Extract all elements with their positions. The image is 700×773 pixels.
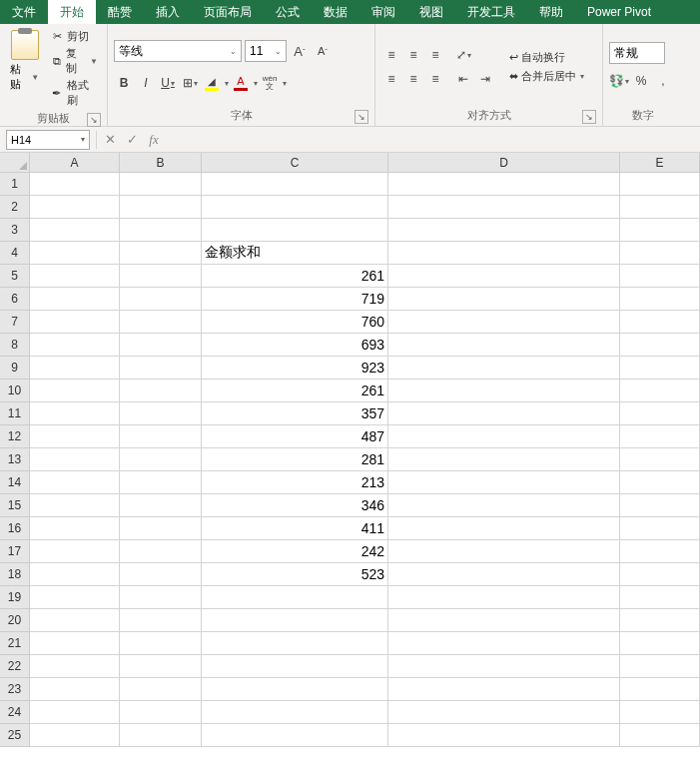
cell-E7[interactable] (620, 311, 700, 334)
tab-酷赞[interactable]: 酷赞 (96, 0, 144, 24)
cell-B8[interactable] (120, 334, 202, 357)
cell-A1[interactable] (30, 173, 120, 196)
cell-C15[interactable]: 346 (202, 494, 388, 517)
cell-B21[interactable] (120, 632, 202, 655)
cell-D24[interactable] (388, 701, 620, 724)
cell-A17[interactable] (30, 540, 120, 563)
cell-C21[interactable] (202, 632, 388, 655)
align-top-button[interactable]: ≡ (381, 44, 401, 66)
name-box[interactable]: H14▾ (6, 130, 90, 150)
cell-B6[interactable] (120, 288, 202, 311)
tab-数据[interactable]: 数据 (312, 0, 359, 24)
row-header-19[interactable]: 19 (0, 586, 30, 609)
cell-A4[interactable] (30, 242, 120, 265)
row-header-20[interactable]: 20 (0, 609, 30, 632)
cell-B10[interactable] (120, 380, 202, 402)
cell-C17[interactable]: 242 (202, 540, 388, 563)
border-button[interactable]: ⊞▾ (180, 72, 200, 94)
cell-D6[interactable] (388, 288, 620, 311)
row-header-17[interactable]: 17 (0, 540, 30, 563)
font-name-combo[interactable]: 等线⌄ (114, 40, 242, 62)
cancel-formula-button[interactable]: ✕ (99, 130, 121, 150)
cell-A5[interactable] (30, 265, 120, 288)
cell-D25[interactable] (388, 724, 620, 747)
cell-D10[interactable] (388, 380, 620, 402)
orientation-button[interactable]: ⤢▾ (453, 44, 473, 66)
cell-D2[interactable] (388, 196, 620, 219)
comma-format-button[interactable]: , (653, 70, 673, 92)
cell-E23[interactable] (620, 678, 700, 701)
decrease-indent-button[interactable]: ⇤ (453, 68, 473, 90)
font-expand-icon[interactable]: ↘ (354, 110, 368, 124)
cell-B2[interactable] (120, 196, 202, 219)
col-header-E[interactable]: E (620, 153, 700, 173)
cell-B16[interactable] (120, 517, 202, 540)
cell-C16[interactable]: 411 (202, 517, 388, 540)
tab-插入[interactable]: 插入 (144, 0, 192, 24)
cell-E18[interactable] (620, 563, 700, 586)
cell-C10[interactable]: 261 (202, 380, 388, 402)
cell-D8[interactable] (388, 334, 620, 357)
increase-indent-button[interactable]: ⇥ (475, 68, 495, 90)
select-all-corner[interactable] (0, 153, 30, 173)
cell-C25[interactable] (202, 724, 388, 747)
row-header-18[interactable]: 18 (0, 563, 30, 586)
cell-A18[interactable] (30, 563, 120, 586)
tab-开始[interactable]: 开始 (48, 0, 96, 24)
formula-input[interactable] (165, 130, 700, 150)
row-header-2[interactable]: 2 (0, 196, 30, 219)
cell-D11[interactable] (388, 402, 620, 425)
cell-D22[interactable] (388, 655, 620, 678)
cell-E21[interactable] (620, 632, 700, 655)
cell-C13[interactable]: 281 (202, 448, 388, 471)
cell-E13[interactable] (620, 448, 700, 471)
cell-E2[interactable] (620, 196, 700, 219)
bold-button[interactable]: B (114, 72, 134, 94)
number-format-combo[interactable]: 常规 (609, 42, 665, 64)
format-painter-button[interactable]: ✒格式刷 (47, 77, 101, 109)
row-header-12[interactable]: 12 (0, 425, 30, 448)
col-header-B[interactable]: B (120, 153, 202, 173)
decrease-font-button[interactable]: Aˇ (313, 40, 333, 62)
enter-formula-button[interactable]: ✓ (121, 130, 143, 150)
cell-A10[interactable] (30, 380, 120, 402)
paste-button[interactable]: 粘贴▼ (6, 28, 43, 109)
cell-C3[interactable] (202, 219, 388, 242)
cell-C7[interactable]: 760 (202, 311, 388, 334)
cell-D17[interactable] (388, 540, 620, 563)
cell-B9[interactable] (120, 357, 202, 380)
align-middle-button[interactable]: ≡ (403, 44, 423, 66)
cell-D19[interactable] (388, 586, 620, 609)
cell-D7[interactable] (388, 311, 620, 334)
row-header-23[interactable]: 23 (0, 678, 30, 701)
cell-C9[interactable]: 923 (202, 357, 388, 380)
align-center-button[interactable]: ≡ (403, 68, 423, 90)
cell-E10[interactable] (620, 380, 700, 402)
row-header-1[interactable]: 1 (0, 173, 30, 196)
row-header-7[interactable]: 7 (0, 311, 30, 334)
cell-E6[interactable] (620, 288, 700, 311)
cell-D4[interactable] (388, 242, 620, 265)
cell-D16[interactable] (388, 517, 620, 540)
cell-A15[interactable] (30, 494, 120, 517)
cell-E3[interactable] (620, 219, 700, 242)
cell-E24[interactable] (620, 701, 700, 724)
row-header-11[interactable]: 11 (0, 402, 30, 425)
increase-font-button[interactable]: Aˆ (290, 40, 310, 62)
row-header-8[interactable]: 8 (0, 334, 30, 357)
cell-A2[interactable] (30, 196, 120, 219)
cell-C8[interactable]: 693 (202, 334, 388, 357)
cell-C12[interactable]: 487 (202, 425, 388, 448)
cut-button[interactable]: ✂剪切 (47, 28, 101, 45)
wrap-text-button[interactable]: ↩自动换行 (505, 49, 588, 66)
cell-C5[interactable]: 261 (202, 265, 388, 288)
row-header-5[interactable]: 5 (0, 265, 30, 288)
cell-B19[interactable] (120, 586, 202, 609)
row-header-21[interactable]: 21 (0, 632, 30, 655)
cell-B5[interactable] (120, 265, 202, 288)
tab-公式[interactable]: 公式 (264, 0, 312, 24)
tab-帮助[interactable]: 帮助 (527, 0, 575, 24)
row-header-25[interactable]: 25 (0, 724, 30, 747)
cell-D3[interactable] (388, 219, 620, 242)
cell-B24[interactable] (120, 701, 202, 724)
